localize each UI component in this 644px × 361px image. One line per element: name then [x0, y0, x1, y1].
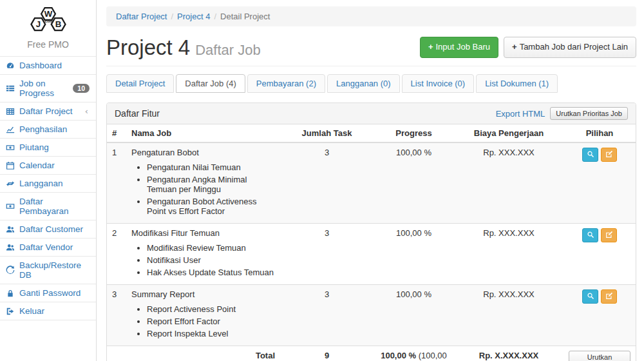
sort-priority-button[interactable]: Urutkan Prioritas Job	[569, 351, 630, 361]
column-header-jumlah-task: Jumlah Task	[280, 124, 374, 142]
svg-text:W: W	[44, 9, 52, 19]
main-content: Daftar Project/Project 4/Detail Project …	[97, 0, 644, 361]
sidebar-item-daftar-customer[interactable]: Daftar Customer	[0, 220, 96, 239]
edit-job-button[interactable]	[601, 148, 617, 162]
svg-text:B: B	[55, 19, 61, 29]
page-header: Project 4Daftar Job +Input Job Baru+Tamb…	[106, 30, 636, 66]
breadcrumb-separator: /	[210, 12, 220, 21]
sidebar-menu: DashboardJob on Progress10Daftar Project…	[0, 56, 96, 320]
sidebar-item-daftar-vendor[interactable]: Daftar Vendor	[0, 239, 96, 257]
biaya-cell: Rp. XXX.XXX	[454, 142, 564, 224]
breadcrumb-item-project-4[interactable]: Project 4	[177, 12, 210, 21]
refresh-icon	[5, 266, 15, 275]
table-row: 2Modifikasi Fitur TemuanModifikasi Revie…	[107, 224, 636, 285]
view-job-button[interactable]	[582, 289, 598, 304]
table-icon	[5, 106, 15, 116]
subtask-list: Report Activeness PointReport Effort Fac…	[131, 303, 275, 340]
app-logo: WJB.com	[0, 0, 96, 38]
row-actions	[569, 228, 630, 242]
pilihan-cell	[564, 142, 636, 224]
sidebar-item-backup-restore-db[interactable]: Backup/Restore DB	[0, 257, 96, 284]
dashboard-icon	[5, 61, 15, 70]
header-buttons: +Input Job Baru+Tambah Job dari Project …	[420, 37, 636, 57]
tab-detail-project[interactable]: Detail Project	[106, 74, 174, 93]
tab-langganan-0[interactable]: Langganan (0)	[327, 74, 400, 93]
job-name: Summary Report	[131, 289, 275, 299]
pilihan-cell	[564, 285, 636, 346]
job-table: #Nama JobJumlah TaskProgressBiaya Penger…	[107, 124, 636, 361]
tab-pembayaran-2[interactable]: Pembayaran (2)	[247, 74, 325, 93]
total-jumlah-cell: 9	[280, 346, 374, 361]
progress-count-badge: 10	[73, 84, 90, 93]
sidebar-item-label: Daftar Vendor	[19, 242, 73, 252]
jumlah-task-cell: 3	[280, 142, 374, 224]
subtask-item: Modifikasi Review Temuan	[147, 242, 275, 254]
total-progress-cell: 100,00 % (100,00 %)	[374, 346, 454, 361]
sidebar-item-label: Ganti Password	[19, 288, 80, 298]
sidebar-item-daftar-pembayaran[interactable]: Daftar Pembayaran	[0, 193, 96, 220]
calendar-icon	[5, 161, 15, 170]
sidebar-item-keluar[interactable]: Keluar	[0, 302, 96, 320]
panel-heading-controls: Export HTMLUrutkan Prioritas Job	[496, 107, 628, 120]
column-header-nama-job: Nama Job	[126, 124, 280, 142]
subtask-item: Hak Akses Update Status Temuan	[147, 266, 275, 278]
tambah-job-dari-project-lain-button[interactable]: +Tambah Job dari Project Lain	[504, 37, 636, 57]
sidebar-item-daftar-project[interactable]: Daftar Project‹	[0, 102, 96, 121]
brand-name: Free PMO	[0, 38, 96, 56]
signout-icon	[5, 306, 15, 316]
total-label-cell: Total	[107, 346, 280, 361]
lock-icon	[5, 288, 15, 298]
search-icon	[587, 292, 594, 302]
table-row: 1Pengaturan BobotPengaturan Nilai Temuan…	[107, 142, 636, 224]
total-progress-value: 100,00 %	[381, 351, 416, 360]
sidebar-item-label: Calendar	[19, 161, 55, 170]
jumlah-task-cell: 3	[280, 285, 374, 346]
sort-priority-button[interactable]: Urutkan Prioritas Job	[550, 107, 628, 120]
tab-list-invoice-0[interactable]: List Invoice (0)	[402, 74, 475, 93]
sidebar-item-label: Daftar Customer	[19, 224, 83, 234]
edit-icon	[605, 292, 613, 302]
money-icon	[5, 202, 15, 211]
input-job-baru-button[interactable]: +Input Job Baru	[420, 37, 498, 57]
money-icon	[5, 142, 15, 152]
sidebar: WJB.com Free PMO DashboardJob on Progres…	[0, 0, 97, 361]
breadcrumb-item-detail-project: Detail Project	[220, 12, 270, 21]
view-job-button[interactable]	[582, 148, 598, 162]
sidebar-item-piutang[interactable]: Piutang	[0, 139, 96, 157]
button-label: Input Job Baru	[435, 42, 490, 52]
subtask-list: Modifikasi Review TemuanNotifikasi UserH…	[131, 242, 275, 278]
tab-bar: Detail ProjectDaftar Job (4)Pembayaran (…	[106, 74, 636, 93]
sidebar-item-job-on-progress[interactable]: Job on Progress10	[0, 75, 96, 102]
search-icon	[587, 231, 594, 240]
sidebar-item-dashboard[interactable]: Dashboard	[0, 57, 96, 75]
view-job-button[interactable]	[582, 228, 598, 242]
repeat-icon	[5, 179, 15, 188]
users-icon	[5, 242, 15, 252]
edit-job-button[interactable]	[601, 228, 617, 242]
subtask-item: Notifikasi User	[147, 254, 275, 266]
breadcrumb-item-daftar-project[interactable]: Daftar Project	[116, 12, 167, 21]
progress-cell: 100,00 %	[374, 285, 454, 346]
biaya-cell: Rp. XXX.XXX	[454, 224, 564, 285]
tab-daftar-job-4[interactable]: Daftar Job (4)	[176, 74, 245, 93]
panel-heading: Daftar FiturExport HTMLUrutkan Prioritas…	[107, 103, 636, 124]
column-header-progress: Progress	[374, 124, 454, 142]
subtask-item: Pengaturan Bobot Activeness Point vs Eff…	[147, 195, 275, 217]
tab-list-dokumen-1[interactable]: List Dokumen (1)	[476, 74, 558, 93]
subtask-list: Pengaturan Nilai TemuanPengaturan Angka …	[131, 161, 275, 217]
breadcrumb: Daftar Project/Project 4/Detail Project	[106, 6, 636, 26]
jwb-logo-icon: WJB.com	[25, 5, 71, 35]
sidebar-item-label: Dashboard	[19, 61, 62, 70]
export-html-link[interactable]: Export HTML	[496, 109, 545, 119]
svg-text:.com: .com	[43, 19, 53, 23]
list-icon	[5, 84, 15, 93]
edit-job-button[interactable]	[601, 289, 617, 304]
sidebar-item-penghasilan[interactable]: Penghasilan	[0, 121, 96, 139]
sidebar-item-calendar[interactable]: Calendar	[0, 157, 96, 175]
sidebar-item-langganan[interactable]: Langganan	[0, 175, 96, 193]
column-header-: #	[107, 124, 126, 142]
sidebar-item-ganti-password[interactable]: Ganti Password	[0, 284, 96, 302]
sidebar-item-label: Daftar Project	[19, 106, 73, 116]
sidebar-item-label: Job on Progress	[19, 79, 68, 98]
job-name-cell: Summary ReportReport Activeness PointRep…	[126, 285, 280, 346]
